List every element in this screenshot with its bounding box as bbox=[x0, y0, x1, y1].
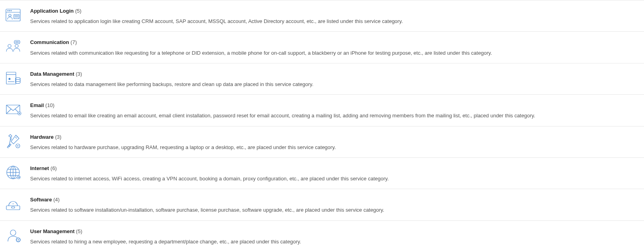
category-count: (7) bbox=[71, 39, 77, 45]
category-count: (5) bbox=[75, 8, 81, 14]
svg-point-41 bbox=[18, 239, 19, 240]
svg-point-2 bbox=[8, 10, 8, 11]
category-item-hardware[interactable]: Hardware (3) Services related to hardwar… bbox=[0, 126, 644, 158]
category-title-row: Communication (7) bbox=[30, 39, 639, 46]
svg-rect-6 bbox=[14, 15, 19, 19]
svg-point-3 bbox=[9, 10, 10, 11]
svg-point-10 bbox=[15, 44, 18, 48]
category-title: Hardware bbox=[30, 134, 54, 140]
category-item-data-management[interactable]: Data Management (3) Services related to … bbox=[0, 63, 644, 95]
category-title: Software bbox=[30, 197, 52, 203]
category-title: Internet bbox=[30, 165, 49, 171]
svg-rect-20 bbox=[6, 105, 20, 114]
category-description: Services related to internet access, WiF… bbox=[30, 175, 639, 182]
svg-point-37 bbox=[13, 203, 13, 204]
category-text: Communication (7) Services related with … bbox=[21, 38, 639, 56]
communication-icon bbox=[5, 38, 21, 55]
category-count: (5) bbox=[76, 228, 82, 234]
category-description: Services related to hiring a new employe… bbox=[30, 238, 639, 245]
svg-point-4 bbox=[11, 10, 12, 11]
category-title-row: User Management (5) bbox=[30, 228, 639, 235]
hardware-icon bbox=[5, 133, 21, 149]
category-count: (6) bbox=[50, 165, 57, 171]
category-title-row: Data Management (3) bbox=[30, 71, 639, 78]
category-text: Application Login (5) Services related t… bbox=[21, 7, 639, 25]
category-text: Email (10) Services related to email lik… bbox=[21, 101, 639, 119]
category-text: User Management (5) Services related to … bbox=[21, 227, 639, 245]
category-description: Services related to software installatio… bbox=[30, 207, 639, 214]
category-title-row: Email (10) bbox=[30, 102, 639, 109]
email-icon bbox=[5, 101, 21, 118]
category-item-email[interactable]: Email (10) Services related to email lik… bbox=[0, 95, 644, 126]
svg-point-9 bbox=[8, 44, 11, 48]
category-title-row: Software (4) bbox=[30, 196, 639, 203]
category-count: (3) bbox=[55, 134, 61, 140]
svg-point-5 bbox=[9, 14, 11, 17]
category-title: User Management bbox=[30, 228, 75, 234]
category-description: Services related to application login li… bbox=[30, 18, 639, 25]
svg-line-25 bbox=[15, 137, 17, 138]
category-title: Data Management bbox=[30, 71, 74, 77]
category-text: Software (4) Services related to softwar… bbox=[21, 195, 639, 214]
category-text: Internet (6) Services related to interne… bbox=[21, 164, 639, 182]
category-text: Hardware (3) Services related to hardwar… bbox=[21, 133, 639, 151]
category-title-row: Application Login (5) bbox=[30, 8, 639, 15]
category-title: Communication bbox=[30, 39, 69, 45]
svg-rect-15 bbox=[6, 72, 16, 84]
internet-icon bbox=[5, 164, 21, 181]
category-text: Data Management (3) Services related to … bbox=[21, 70, 639, 88]
category-title-row: Internet (6) bbox=[30, 165, 639, 172]
data-icon bbox=[5, 70, 21, 86]
category-description: Services related to hardware purchase, u… bbox=[30, 144, 639, 151]
category-item-software[interactable]: Software (4) Services related to softwar… bbox=[0, 189, 644, 220]
svg-rect-36 bbox=[12, 207, 15, 208]
svg-point-19 bbox=[15, 77, 20, 79]
user-icon bbox=[5, 227, 21, 244]
category-count: (3) bbox=[76, 71, 82, 77]
svg-point-13 bbox=[17, 42, 17, 43]
category-title-row: Hardware (3) bbox=[30, 134, 639, 141]
category-description: Services related with communication like… bbox=[30, 50, 639, 57]
category-count: (4) bbox=[54, 197, 60, 203]
svg-line-24 bbox=[17, 136, 18, 137]
svg-point-27 bbox=[17, 145, 19, 146]
category-title: Email bbox=[30, 102, 44, 108]
category-item-user-management[interactable]: User Management (5) Services related to … bbox=[0, 221, 644, 245]
category-item-communication[interactable]: Communication (7) Services related with … bbox=[0, 32, 644, 63]
category-description: Services related to email like creating … bbox=[30, 112, 639, 119]
category-title: Application Login bbox=[30, 8, 74, 14]
login-icon bbox=[5, 7, 21, 23]
category-item-application-login[interactable]: Application Login (5) Services related t… bbox=[0, 0, 644, 32]
software-icon bbox=[5, 195, 21, 212]
svg-point-17 bbox=[9, 78, 11, 80]
svg-point-14 bbox=[18, 42, 19, 43]
category-description: Services related to data management like… bbox=[30, 81, 639, 88]
service-category-list: Application Login (5) Services related t… bbox=[0, 0, 644, 245]
category-count: (10) bbox=[45, 102, 54, 108]
category-item-internet[interactable]: Internet (6) Services related to interne… bbox=[0, 158, 644, 189]
svg-point-38 bbox=[10, 230, 16, 235]
svg-point-12 bbox=[15, 42, 16, 43]
